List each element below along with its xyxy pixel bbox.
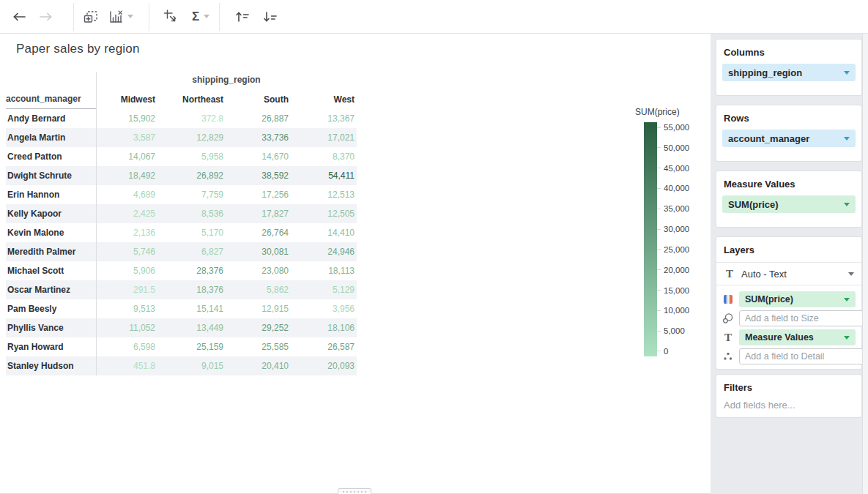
sort-descending-button[interactable]	[260, 7, 281, 27]
value-cell[interactable]: 30,081	[226, 247, 291, 257]
value-cell[interactable]: 33,736	[226, 132, 291, 143]
column-dimension-label[interactable]: shipping_region	[96, 70, 357, 89]
value-cell[interactable]: 26,587	[291, 342, 357, 352]
value-cell[interactable]: 3,956	[291, 304, 357, 314]
measure-values-field-pill[interactable]: SUM(price)	[722, 195, 856, 213]
value-cell[interactable]: 5,746	[96, 247, 157, 257]
chevron-down-icon[interactable]	[848, 272, 854, 276]
new-visualization-button[interactable]	[81, 7, 101, 27]
value-cell[interactable]: 17,256	[226, 190, 291, 200]
visualization-title[interactable]: Paper sales by region	[16, 42, 140, 56]
value-cell[interactable]: 14,067	[96, 151, 157, 162]
row-header-cell[interactable]: Meredith Palmer	[6, 247, 96, 257]
value-cell[interactable]: 20,410	[226, 361, 291, 371]
value-cell[interactable]: 15,141	[157, 304, 226, 314]
value-cell[interactable]: 20,093	[291, 361, 357, 371]
value-cell[interactable]: 5,862	[226, 285, 291, 295]
column-header[interactable]: Northeast	[157, 94, 226, 105]
chevron-down-icon[interactable]	[844, 71, 850, 75]
value-cell[interactable]: 372.8	[157, 113, 226, 124]
filters-drop-zone[interactable]: Add fields here...	[716, 393, 861, 419]
value-cell[interactable]: 12,829	[157, 132, 226, 143]
undo-button[interactable]	[9, 7, 29, 27]
value-cell[interactable]: 11,052	[96, 323, 157, 333]
chevron-down-icon[interactable]	[844, 298, 850, 302]
value-cell[interactable]: 18,113	[291, 266, 357, 276]
value-cell[interactable]: 25,585	[226, 342, 291, 352]
rows-field-pill[interactable]: account_manager	[722, 130, 856, 147]
value-cell[interactable]: 23,080	[226, 266, 291, 276]
value-cell[interactable]: 17,827	[226, 209, 291, 219]
chevron-down-icon[interactable]	[844, 137, 850, 141]
value-cell[interactable]: 26,892	[157, 171, 226, 181]
value-cell[interactable]: 12,505	[291, 209, 357, 219]
value-cell[interactable]: 17,021	[291, 132, 357, 143]
value-cell[interactable]: 451.8	[96, 361, 157, 371]
aggregate-button[interactable]: Σ	[185, 7, 206, 27]
row-header-cell[interactable]: Dwight Schrute	[6, 171, 96, 181]
value-cell[interactable]: 6,598	[96, 342, 157, 352]
value-cell[interactable]: 15,902	[96, 113, 157, 124]
value-cell[interactable]: 12,513	[291, 190, 357, 200]
value-cell[interactable]: 38,592	[226, 171, 291, 181]
mark-type-dropdown[interactable]: T Auto - Text	[716, 263, 861, 285]
color-field-pill[interactable]: SUM(price)	[739, 291, 856, 307]
color-legend[interactable]: SUM(price) 55,00050,00045,00040,00035,00…	[634, 107, 689, 356]
value-cell[interactable]: 8,536	[157, 209, 226, 219]
legend-gradient-bar[interactable]	[644, 122, 657, 356]
sort-ascending-button[interactable]	[232, 7, 253, 27]
value-cell[interactable]: 5,958	[157, 151, 226, 162]
value-cell[interactable]: 25,159	[157, 342, 226, 352]
chevron-down-icon[interactable]	[844, 203, 850, 206]
row-header-cell[interactable]: Phyllis Vance	[6, 323, 96, 333]
column-header[interactable]: South	[226, 94, 291, 105]
row-header-cell[interactable]: Stanley Hudson	[6, 361, 96, 371]
row-header-cell[interactable]: Kelly Kapoor	[6, 209, 96, 219]
value-cell[interactable]: 13,449	[157, 323, 226, 333]
value-cell[interactable]: 291.5	[96, 285, 157, 295]
row-header-cell[interactable]: Angela Martin	[6, 132, 96, 143]
columns-field-pill[interactable]: shipping_region	[722, 64, 856, 81]
clear-chart-button[interactable]	[105, 7, 126, 27]
bottom-drawer-handle[interactable]	[338, 488, 371, 494]
size-field-input[interactable]	[739, 310, 868, 326]
value-cell[interactable]: 14,410	[291, 228, 357, 238]
row-header-cell[interactable]: Kevin Malone	[6, 228, 96, 238]
row-header-cell[interactable]: Erin Hannon	[6, 190, 96, 200]
row-header-cell[interactable]: Pam Beesly	[6, 304, 96, 314]
value-cell[interactable]: 5,170	[157, 228, 226, 238]
value-cell[interactable]: 6,827	[157, 247, 226, 257]
row-dimension-label[interactable]: account_manager	[6, 89, 96, 109]
redo-button[interactable]	[36, 7, 56, 27]
value-cell[interactable]: 9,513	[96, 304, 157, 314]
text-field-pill[interactable]: Measure Values	[739, 329, 856, 345]
value-cell[interactable]: 24,946	[291, 247, 357, 257]
collapsed-side-rail[interactable]	[862, 34, 868, 494]
value-cell[interactable]: 13,367	[291, 113, 357, 124]
value-cell[interactable]: 4,689	[96, 190, 157, 200]
detail-field-input[interactable]	[739, 348, 868, 364]
value-cell[interactable]: 18,376	[157, 285, 226, 295]
value-cell[interactable]: 3,587	[96, 132, 157, 143]
row-header-cell[interactable]: Creed Patton	[6, 151, 96, 162]
value-cell[interactable]: 54,411	[291, 171, 357, 181]
value-cell[interactable]: 12,915	[226, 304, 291, 314]
value-cell[interactable]: 26,764	[226, 228, 291, 238]
value-cell[interactable]: 14,670	[226, 151, 291, 162]
row-header-cell[interactable]: Oscar Martinez	[6, 285, 96, 295]
value-cell[interactable]: 7,759	[157, 190, 226, 200]
clear-chart-dropdown-caret[interactable]	[127, 15, 133, 18]
row-header-cell[interactable]: Andy Bernard	[6, 113, 96, 124]
value-cell[interactable]: 28,376	[157, 266, 226, 276]
swap-axes-button[interactable]	[160, 7, 181, 27]
chevron-down-icon[interactable]	[844, 336, 850, 340]
column-header[interactable]: Midwest	[96, 94, 157, 105]
row-header-cell[interactable]: Ryan Howard	[6, 342, 96, 352]
value-cell[interactable]: 2,136	[96, 228, 157, 238]
value-cell[interactable]: 18,492	[96, 171, 157, 181]
column-header[interactable]: West	[291, 94, 357, 105]
value-cell[interactable]: 5,129	[291, 285, 357, 295]
aggregate-dropdown-caret[interactable]	[204, 15, 209, 18]
value-cell[interactable]: 2,425	[96, 209, 157, 219]
value-cell[interactable]: 9,015	[157, 361, 226, 371]
